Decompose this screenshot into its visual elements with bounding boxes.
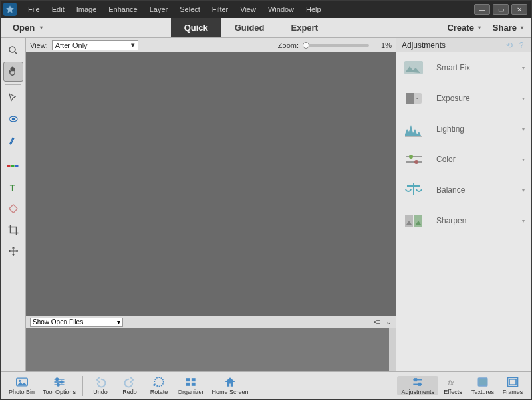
adj-label: Sharpen [436,216,510,225]
menu-bar: File Edit Image Enhance Layer Select Fil… [22,1,327,18]
chevron-down-icon: ▾ [522,65,525,71]
svg-text:+: + [408,95,412,102]
zoom-thumb[interactable] [303,42,309,49]
whiten-tool[interactable] [3,130,23,150]
menu-help[interactable]: Help [300,1,327,18]
svg-point-27 [56,378,58,380]
svg-rect-31 [192,378,196,381]
crop-tool[interactable] [3,220,23,240]
adj-label: Exposure [436,94,510,103]
zoom-slider[interactable] [303,44,369,47]
svg-point-23 [19,380,21,382]
bottom-right-group: Adjustments fx Effects Textures Frames [397,376,527,395]
svg-point-15 [409,155,413,159]
menu-enhance[interactable]: Enhance [102,1,143,18]
bin-scrollbar[interactable] [389,328,396,371]
color-tool[interactable] [3,156,23,176]
adjustments-panel: Adjustments ⟲ ? Smart Fix ▾ +- Exposure … [396,38,531,371]
svg-rect-40 [479,379,487,385]
home-button[interactable]: Home Screen [208,376,253,395]
organizer-button[interactable]: Organizer [174,376,208,395]
tab-expert[interactable]: Expert [278,18,331,37]
textures-button[interactable]: Textures [467,376,498,395]
window-controls: — ▭ ✕ [474,4,531,15]
panel-header: Adjustments ⟲ ? [396,38,531,52]
svg-point-0 [9,47,15,52]
chevron-down-icon: ▾ [131,41,135,49]
menu-filter[interactable]: Filter [206,1,234,18]
hand-tool[interactable] [3,62,23,82]
chevron-down-icon: ▾ [522,157,525,163]
menu-window[interactable]: Window [262,1,300,18]
rotate-button[interactable]: Rotate [144,376,174,395]
header-right-actions: Create Share [447,18,531,37]
separator [82,376,83,396]
healing-tool[interactable] [3,199,23,219]
help-icon[interactable]: ? [517,41,526,50]
bin-dropdown[interactable]: Show Open Files ▾ [30,318,123,327]
btn-label: Frames [503,389,523,395]
adj-lighting[interactable]: Lighting ▾ [396,114,531,144]
canvas[interactable] [26,52,396,316]
svg-point-17 [414,160,418,164]
tab-quick[interactable]: Quick [171,18,221,37]
frames-button[interactable]: Frames [498,376,527,395]
menu-layer[interactable]: Layer [144,1,174,18]
btn-label: Undo [93,389,108,395]
tool-separator [5,153,21,153]
adj-exposure[interactable]: +- Exposure ▾ [396,83,531,114]
adj-color[interactable]: Color ▾ [396,144,531,175]
panel-title: Adjustments [402,41,446,50]
menu-edit[interactable]: Edit [46,1,70,18]
svg-rect-8 [9,205,17,213]
move-tool[interactable] [3,241,23,261]
btn-label: Photo Bin [9,389,35,395]
text-tool[interactable]: T [3,177,23,197]
tab-guided[interactable]: Guided [221,18,278,37]
redo-button[interactable]: Redo [115,376,144,395]
view-dropdown[interactable]: After Only ▾ [52,40,138,50]
adj-sharpen[interactable]: Sharpen ▾ [396,205,531,236]
bin-menu-icon[interactable]: ▪≡ [374,318,380,326]
adj-label: Balance [436,185,510,195]
minimize-button[interactable]: — [474,4,490,15]
zoom-tool[interactable] [3,41,23,60]
create-button[interactable]: Create [447,23,480,33]
bin-collapse-icon[interactable]: ⌄ [386,318,392,326]
btn-label: Home Screen [212,389,249,395]
btn-label: Textures [471,389,494,395]
close-button[interactable]: ✕ [511,4,527,15]
effects-button[interactable]: fx Effects [438,376,467,395]
adj-balance[interactable]: Balance ▾ [396,175,531,205]
adjustments-list: Smart Fix ▾ +- Exposure ▾ Lighting ▾ Col… [396,52,531,236]
redeye-tool[interactable] [3,109,23,129]
undo-button[interactable]: Undo [86,376,115,395]
btn-label: Effects [444,389,462,395]
view-label: View: [30,41,48,49]
reset-icon[interactable]: ⟲ [505,41,514,50]
options-bar: View: After Only ▾ Zoom: 1% [26,38,396,52]
tool-options-button[interactable]: Tool Options [39,376,80,395]
svg-text:-: - [416,95,418,102]
adjustments-button[interactable]: Adjustments [397,376,438,395]
bin-value: Show Open Files [33,318,83,326]
menu-image[interactable]: Image [70,1,103,18]
btn-label: Adjustments [401,389,434,395]
menu-select[interactable]: Select [174,1,206,18]
chevron-down-icon: ▾ [522,187,525,193]
share-button[interactable]: Share [493,23,523,33]
bin-toolbar: ▪≡ ⌄ [374,318,392,326]
svg-rect-36 [415,379,417,381]
open-button[interactable]: Open [1,18,55,37]
photo-bin-button[interactable]: Photo Bin [5,376,39,395]
zoom-value: 1% [373,41,392,49]
svg-rect-33 [192,383,196,386]
btn-label: Rotate [150,389,168,395]
maximize-button[interactable]: ▭ [493,4,509,15]
menu-file[interactable]: File [22,1,46,18]
selection-tool[interactable] [3,88,23,108]
menu-view[interactable]: View [234,1,262,18]
adj-smartfix[interactable]: Smart Fix ▾ [396,52,531,83]
tool-separator [5,84,21,85]
chevron-down-icon: ▾ [522,126,525,132]
